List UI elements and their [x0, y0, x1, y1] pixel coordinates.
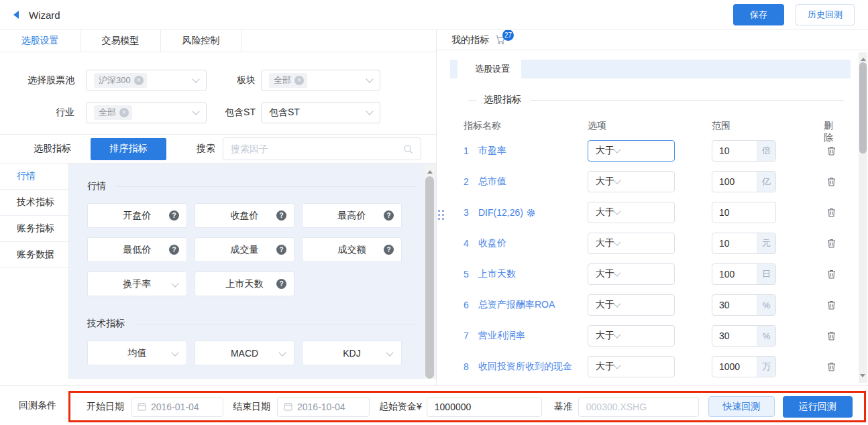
indicator-name-link[interactable]: 营业利润率 [478, 330, 525, 342]
tag-close-icon[interactable]: × [294, 76, 304, 85]
section-market: 行情 开盘价? 收盘价? 最高价? 最低价? 成交量? 成交额? 换手率 上市天… [87, 180, 436, 296]
benchmark-input[interactable] [586, 402, 691, 412]
scroll-down-icon[interactable] [860, 374, 865, 380]
category-financial-indicator[interactable]: 账务指标 [0, 216, 68, 242]
range-value-input[interactable]: 100 [712, 264, 757, 284]
trash-icon[interactable] [827, 177, 836, 186]
indicator-low-price[interactable]: 最低价? [87, 237, 187, 262]
trash-icon[interactable] [827, 208, 836, 217]
sector-select[interactable]: 全部 × [261, 70, 380, 91]
search-icon [403, 144, 413, 154]
option-select[interactable]: 大于 [588, 202, 675, 223]
help-icon[interactable]: ? [384, 210, 394, 221]
tab-risk-control[interactable]: 风险控制 [161, 30, 241, 52]
cart-icon[interactable]: 27 [495, 35, 506, 45]
right-tab-stock-selection[interactable]: 选股设置 [464, 60, 521, 78]
indicator-name-link[interactable]: 市盈率 [478, 145, 506, 157]
option-select[interactable]: 大于 [588, 294, 675, 316]
header-range: 范围 [712, 120, 776, 132]
trash-icon[interactable] [827, 300, 836, 310]
indicator-turnover-rate[interactable]: 换手率 [87, 271, 187, 296]
help-icon[interactable]: ? [169, 245, 179, 255]
option-select[interactable]: 大于 [588, 263, 675, 285]
include-st-select[interactable]: 包含ST [261, 102, 380, 123]
unit-label: % [757, 326, 775, 346]
trash-icon[interactable] [827, 239, 836, 248]
range-value-input[interactable]: 1000 [712, 357, 757, 377]
indicator-name-link[interactable]: 收盘价 [478, 237, 506, 249]
range-input-group: 10元 [712, 233, 776, 254]
indicator-name-link[interactable]: 总市值 [478, 176, 506, 188]
back-icon[interactable] [13, 11, 19, 19]
save-button[interactable]: 保存 [733, 4, 784, 25]
tab-trading-model[interactable]: 交易模型 [80, 30, 161, 52]
filter-form: 选择股票池 沪深300 × 板块 全部 × [0, 52, 436, 123]
range-value-input[interactable]: 10 [712, 202, 775, 223]
calendar-icon [138, 402, 146, 411]
option-select[interactable]: 大于 [588, 171, 675, 192]
panel-resize-handle[interactable] [437, 210, 445, 220]
calendar-icon [284, 402, 292, 411]
range-value-input[interactable]: 100 [712, 172, 757, 192]
option-select[interactable]: 大于 [588, 233, 675, 254]
gear-icon[interactable] [527, 208, 535, 217]
scrollbar-thumb[interactable] [859, 62, 867, 154]
option-select[interactable]: 大于 [588, 356, 675, 377]
end-date-input[interactable]: 2016-10-04 [277, 397, 370, 417]
indicator-browser: 行情 技术指标 账务指标 账务数据 行情 开盘价? 收盘价? 最高价? 最低价? [0, 163, 436, 379]
category-market[interactable]: 行情 [0, 164, 68, 190]
help-icon[interactable]: ? [276, 279, 286, 289]
initial-capital-input[interactable] [435, 402, 534, 412]
indicator-close-price[interactable]: 收盘价? [195, 203, 294, 228]
indicator-volume[interactable]: 成交量? [195, 237, 294, 262]
search-input[interactable] [231, 143, 403, 154]
row-number: 2 [464, 176, 478, 187]
indicator-name-link[interactable]: 收回投资所收到的现金 [478, 361, 572, 373]
help-icon[interactable]: ? [384, 245, 394, 255]
trash-icon[interactable] [827, 331, 836, 341]
scroll-up-icon[interactable] [427, 168, 433, 174]
tab-stock-selection[interactable]: 选股设置 [0, 30, 80, 52]
help-icon[interactable]: ? [276, 210, 286, 221]
help-icon[interactable]: ? [169, 210, 179, 221]
help-icon[interactable]: ? [276, 245, 286, 255]
stock-pool-select[interactable]: 沪深300 × [86, 70, 207, 91]
table-row: 7营业利润率 大于 30% [464, 320, 836, 351]
indicator-open-price[interactable]: 开盘价? [87, 203, 187, 228]
run-backtest-button[interactable]: 运行回测 [783, 396, 853, 418]
history-backtest-button[interactable]: 历史回测 [796, 4, 855, 25]
indicator-name-link[interactable]: DIF(12,26) [478, 207, 523, 218]
indicator-macd[interactable]: MACD [195, 341, 294, 365]
end-date-label: 结束日期 [233, 401, 270, 413]
trash-icon[interactable] [827, 362, 836, 371]
tag-close-icon[interactable]: × [134, 76, 144, 85]
trash-icon[interactable] [827, 269, 836, 279]
right-scrollbar[interactable] [859, 52, 867, 383]
quick-backtest-button[interactable]: 快速回测 [708, 396, 775, 417]
range-value-input[interactable]: 30 [712, 295, 757, 315]
indicator-name-link[interactable]: 上市天数 [478, 268, 516, 280]
indicator-listed-days[interactable]: 上市天数? [195, 271, 294, 296]
unit-label: 日 [757, 264, 775, 284]
left-scrollbar[interactable] [425, 165, 435, 379]
indicator-name-link[interactable]: 总资产报酬率ROA [478, 299, 555, 311]
select-indicator-tab[interactable]: 选股指标 [34, 143, 71, 155]
indicator-kdj[interactable]: KDJ [302, 341, 402, 365]
option-select[interactable]: 大于 [588, 140, 675, 162]
range-value-input[interactable]: 30 [712, 326, 757, 346]
scroll-up-icon[interactable] [861, 55, 866, 61]
category-technical[interactable]: 技术指标 [0, 190, 68, 216]
category-financial-data[interactable]: 账务数据 [0, 242, 68, 268]
indicator-turnover-amount[interactable]: 成交额? [302, 237, 402, 262]
indicator-mean[interactable]: 均值 [87, 341, 187, 365]
range-value-input[interactable]: 10 [712, 233, 757, 253]
industry-select[interactable]: 全部 × [86, 102, 207, 123]
range-value-input[interactable]: 10 [712, 141, 757, 161]
tag-close-icon[interactable]: × [119, 108, 129, 117]
start-date-input[interactable]: 2016-01-04 [131, 397, 223, 417]
trash-icon[interactable] [827, 146, 836, 156]
option-select[interactable]: 大于 [588, 325, 675, 347]
scrollbar-thumb[interactable] [425, 176, 434, 379]
indicator-high-price[interactable]: 最高价? [302, 203, 402, 228]
sort-indicator-tab[interactable]: 排序指标 [91, 138, 166, 160]
